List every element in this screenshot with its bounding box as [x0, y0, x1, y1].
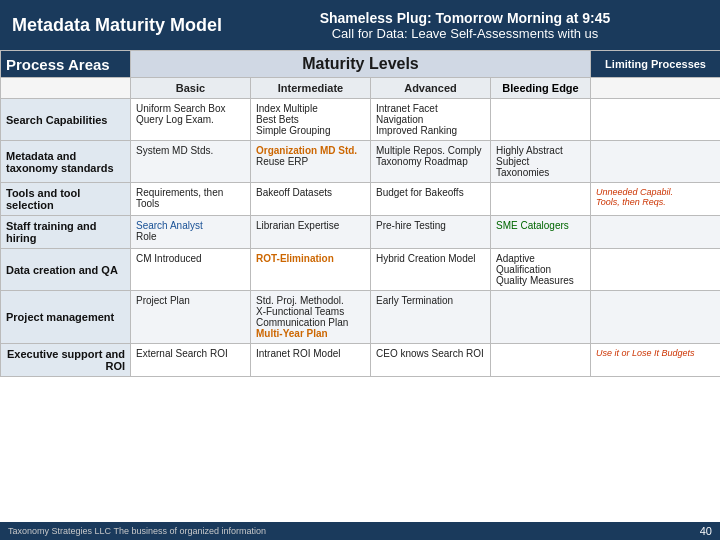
basic-cell: External Search ROI: [131, 344, 251, 377]
subheader-intermediate: Intermediate: [251, 78, 371, 99]
subheader-advanced: Advanced: [371, 78, 491, 99]
advanced-cell: Budget for Bakeoffs: [371, 183, 491, 216]
advanced-cell: CEO knows Search ROI: [371, 344, 491, 377]
process-cell: Tools and tool selection: [1, 183, 131, 216]
table-row: Data creation and QACM IntroducedROT-Eli…: [1, 249, 721, 291]
table-row: Metadata and taxonomy standardsSystem MD…: [1, 141, 721, 183]
col-header-process: Process Areas: [1, 51, 131, 78]
header-plug-area: Shameless Plug: Tomorrow Morning at 9:45…: [222, 10, 708, 41]
table-row: Staff training and hiringSearch AnalystR…: [1, 216, 721, 249]
bleeding-cell: [491, 183, 591, 216]
limiting-cell: [591, 141, 720, 183]
intermediate-cell: Librarian Expertise: [251, 216, 371, 249]
advanced-cell: Intranet Facet Navigation Improved Ranki…: [371, 99, 491, 141]
footer-company: Taxonomy Strategies LLC The business of …: [8, 526, 266, 536]
basic-cell: Search AnalystRole: [131, 216, 251, 249]
process-cell: Staff training and hiring: [1, 216, 131, 249]
bleeding-cell: [491, 344, 591, 377]
table-row: Project managementProject PlanStd. Proj.…: [1, 291, 721, 344]
col-header-limiting: Limiting Processes: [591, 51, 720, 78]
intermediate-cell: Index Multiple Best Bets Simple Grouping: [251, 99, 371, 141]
subheader-blank: [1, 78, 131, 99]
bleeding-cell: Highly Abstract Subject Taxonomies: [491, 141, 591, 183]
advanced-cell: Hybrid Creation Model: [371, 249, 491, 291]
limiting-cell: [591, 99, 720, 141]
advanced-cell: Pre-hire Testing: [371, 216, 491, 249]
limiting-cell: Use it or Lose It Budgets: [591, 344, 720, 377]
subheader-limiting-blank: [591, 78, 720, 99]
basic-cell: Project Plan: [131, 291, 251, 344]
basic-cell: Requirements, then Tools: [131, 183, 251, 216]
bleeding-cell: [491, 99, 591, 141]
process-cell: Project management: [1, 291, 131, 344]
limiting-cell: Unneeded Capabil.Tools, then Reqs.: [591, 183, 720, 216]
table-header-row: Process Areas Maturity Levels Limiting P…: [1, 51, 721, 78]
process-cell: Data creation and QA: [1, 249, 131, 291]
call-for-data-text: Call for Data: Leave Self-Assessments wi…: [222, 26, 708, 41]
basic-cell: Uniform Search Box Query Log Exam.: [131, 99, 251, 141]
basic-cell: CM Introduced: [131, 249, 251, 291]
subheader-basic: Basic: [131, 78, 251, 99]
bleeding-cell: SME Catalogers: [491, 216, 591, 249]
advanced-cell: Early Termination: [371, 291, 491, 344]
intermediate-cell: Bakeoff Datasets: [251, 183, 371, 216]
intermediate-cell: Std. Proj. Methodol.X-Functional TeamsCo…: [251, 291, 371, 344]
shameless-plug-text: Shameless Plug: Tomorrow Morning at 9:45: [222, 10, 708, 26]
limiting-cell: [591, 249, 720, 291]
table-subheader-row: Basic Intermediate Advanced Bleeding Edg…: [1, 78, 721, 99]
col-header-maturity: Maturity Levels: [131, 51, 591, 78]
footer-page-number: 40: [700, 525, 712, 537]
intermediate-cell: Intranet ROI Model: [251, 344, 371, 377]
maturity-table: Process Areas Maturity Levels Limiting P…: [0, 50, 720, 377]
advanced-cell: Multiple Repos. Comply Taxonomy Roadmap: [371, 141, 491, 183]
bleeding-cell: Adaptive Qualification Quality Measures: [491, 249, 591, 291]
page-footer: Taxonomy Strategies LLC The business of …: [0, 522, 720, 540]
page-title: Metadata Maturity Model: [12, 15, 222, 36]
bleeding-cell: [491, 291, 591, 344]
intermediate-cell: Organization MD Std.Reuse ERP: [251, 141, 371, 183]
process-cell: Search Capabilities: [1, 99, 131, 141]
subheader-bleeding: Bleeding Edge: [491, 78, 591, 99]
limiting-cell: [591, 216, 720, 249]
process-cell: Metadata and taxonomy standards: [1, 141, 131, 183]
intermediate-cell: ROT-Elimination: [251, 249, 371, 291]
process-cell: Executive support and ROI: [1, 344, 131, 377]
basic-cell: System MD Stds.: [131, 141, 251, 183]
limiting-cell: [591, 291, 720, 344]
table-row: Executive support and ROIExternal Search…: [1, 344, 721, 377]
table-row: Tools and tool selectionRequirements, th…: [1, 183, 721, 216]
main-content: Process Areas Maturity Levels Limiting P…: [0, 50, 720, 377]
table-row: Search CapabilitiesUniform Search Box Qu…: [1, 99, 721, 141]
table-body: Search CapabilitiesUniform Search Box Qu…: [1, 99, 721, 377]
page-header: Metadata Maturity Model Shameless Plug: …: [0, 0, 720, 50]
